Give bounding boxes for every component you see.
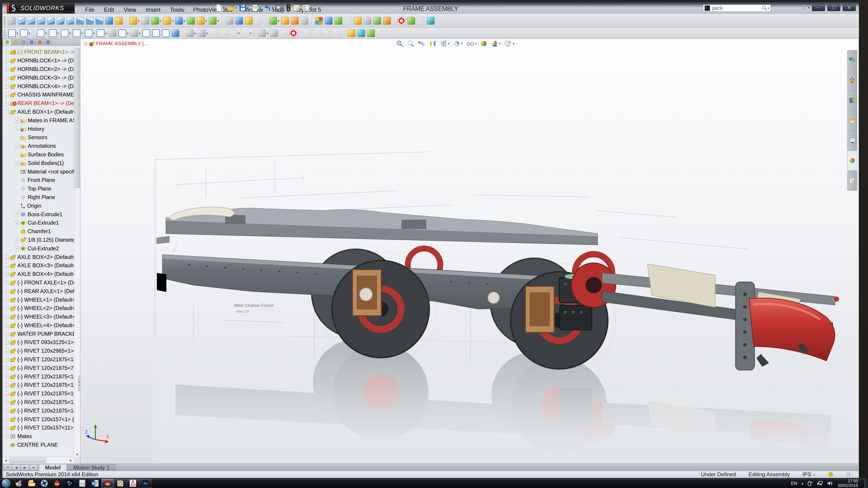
view-isometric-button[interactable] — [76, 17, 84, 25]
dropdown-icon[interactable]: ▾ — [184, 19, 185, 23]
tree-item[interactable]: +Solid Bodies(1) — [3, 159, 74, 167]
dropdown-icon[interactable]: ▾ — [17, 31, 18, 35]
previous-study-button[interactable]: ◀ — [12, 464, 20, 470]
view-orientation-arrow-button[interactable] — [8, 17, 16, 25]
tree-item[interactable]: +Front Plane — [3, 176, 74, 185]
sketch-button[interactable]: ▾ — [8, 29, 19, 37]
tree-item[interactable]: +(-) RIVET 120x21875<1> (Default< — [3, 355, 74, 364]
dropdown-icon[interactable]: ▾ — [127, 31, 128, 35]
tree-item[interactable]: −AXLE BOX<1> (Default<<Default> — [3, 108, 74, 116]
dropdown-icon[interactable]: ▾ — [160, 19, 161, 23]
show-hidden-components-button[interactable] — [187, 17, 195, 25]
expand-icon[interactable]: + — [15, 127, 19, 131]
tree-item[interactable]: +History — [3, 125, 74, 133]
tree-item[interactable]: +(-) WHEEL<1> (Default<<Default> — [3, 295, 74, 304]
tree-item[interactable]: +Sensors — [3, 133, 74, 142]
dropdown-icon[interactable]: ▾ — [29, 31, 30, 35]
tree-item[interactable]: +1/8 (0.125) Diameter Hole1 — [3, 236, 74, 245]
expand-icon[interactable]: + — [4, 76, 8, 80]
belt-chain-button[interactable] — [373, 17, 381, 25]
expand-icon[interactable]: + — [4, 400, 8, 404]
tree-item[interactable]: +(-) RIVET 093x3125<1> (Default<< — [3, 338, 74, 347]
tree-item[interactable]: +(-) WHEEL<3> (Default<<Default> — [3, 313, 74, 321]
tree-item[interactable]: +(-) REAR AXLE<1> (Default<<Defau — [3, 287, 74, 295]
tree-item[interactable]: +HORNBLOCK<3> -> (Default<<De — [3, 73, 74, 82]
modify-sketch-button[interactable] — [333, 29, 341, 37]
expand-icon[interactable]: + — [15, 119, 19, 123]
tree-item[interactable]: +Boss-Extrude1 — [3, 210, 74, 219]
dropdown-icon[interactable]: ▾ — [238, 31, 239, 35]
expand-icon[interactable]: + — [15, 247, 19, 251]
tree-item[interactable]: +Mates — [3, 432, 74, 441]
expand-icon[interactable]: + — [4, 332, 8, 336]
expand-icon[interactable]: + — [4, 418, 8, 421]
taskbar-solidworks[interactable]: SW — [101, 479, 114, 488]
tree-item[interactable]: +!(-) FRONT BEAM<1> -> (Default< — [3, 48, 74, 57]
tree-item[interactable]: +AXLE BOX<3> (Default<<Default> — [3, 261, 74, 270]
tab-model[interactable]: Model — [39, 464, 67, 471]
graphics-viewport[interactable]: Main Chassis Frame Mat'l 1/8 — [81, 39, 859, 464]
tree-item[interactable]: +(-) WHEEL<2> (Default<<Default> — [3, 304, 74, 313]
units-selector[interactable]: IPS▴ — [802, 471, 815, 478]
expand-icon[interactable]: + — [4, 409, 8, 413]
sketch-fillet-button[interactable]: ▾ — [130, 29, 141, 37]
mate-button[interactable] — [141, 17, 150, 25]
slot-center-button[interactable] — [289, 29, 298, 37]
circle-button[interactable]: ▾ — [72, 29, 83, 37]
collapse-icon[interactable]: − — [4, 110, 8, 114]
view-palette-tab[interactable] — [847, 131, 857, 151]
tree-item[interactable]: +Right Plane — [3, 193, 74, 202]
expand-icon[interactable]: + — [4, 375, 8, 379]
expand-icon[interactable]: + — [4, 85, 8, 88]
edit-appearance-button[interactable] — [480, 39, 488, 48]
tree-horizontal-scrollbar[interactable]: ◄ ► — [3, 457, 74, 464]
expand-icon[interactable]: + — [4, 93, 8, 97]
design-checker-button[interactable] — [407, 17, 415, 25]
expand-icon[interactable]: + — [4, 59, 8, 63]
3d-sketch-button[interactable]: ▾ — [20, 29, 31, 37]
weldment-basket-button[interactable] — [347, 29, 356, 37]
view-top-button[interactable] — [56, 17, 65, 25]
line-button[interactable]: ▾ — [36, 29, 47, 37]
expand-icon[interactable]: + — [4, 255, 8, 259]
tree-item[interactable]: +Surface Bodies — [3, 151, 74, 159]
interference-detection-button[interactable]: ▾ — [269, 17, 280, 25]
partial-ellipse-button[interactable]: ▾ — [118, 29, 129, 37]
expand-icon[interactable]: + — [4, 358, 8, 361]
tree-item[interactable]: +REAR BEAM<1> -> (Default<<D — [3, 99, 74, 108]
measure-tool-button[interactable] — [115, 17, 123, 25]
panel-tab-display-manager[interactable] — [36, 39, 44, 45]
quick-tips-icon[interactable] — [828, 471, 834, 477]
expand-icon[interactable]: + — [4, 434, 8, 438]
tree-item[interactable]: +AAnnotations — [3, 142, 74, 151]
tree-item[interactable]: +Material <not specified> — [3, 167, 74, 176]
dropdown-icon[interactable]: ▾ — [461, 42, 463, 45]
expand-icon[interactable]: + — [4, 289, 8, 293]
custom-properties-tab[interactable] — [847, 171, 857, 191]
dropdown-icon[interactable]: ▾ — [139, 31, 141, 35]
grid-settings-button[interactable] — [313, 29, 322, 37]
tree-item[interactable]: +(-) RIVET 120x2965<1> (Default<< — [3, 347, 74, 355]
resize-grip[interactable] — [846, 472, 851, 477]
smart-components-button[interactable] — [353, 17, 362, 25]
network-icon[interactable] — [817, 481, 823, 486]
expand-icon[interactable]: + — [4, 281, 8, 285]
expand-icon[interactable]: + — [4, 50, 8, 54]
expand-icon[interactable]: + — [4, 264, 8, 267]
dropdown-icon[interactable]: ▾ — [81, 31, 83, 35]
tree-item[interactable]: +(-) RIVET 120x21875<16> (Default — [3, 406, 74, 415]
rapid-sketch-button[interactable] — [304, 29, 312, 37]
reference-geometry-button[interactable]: ▾ — [209, 17, 219, 25]
exploded-view-button[interactable] — [315, 17, 323, 25]
toolbox-button[interactable] — [397, 17, 406, 25]
corner-rectangle-button[interactable]: ▾ — [49, 29, 59, 37]
expand-icon[interactable]: + — [15, 221, 19, 225]
expand-icon[interactable]: + — [4, 366, 8, 370]
view-left-button[interactable] — [37, 17, 45, 25]
tree-item[interactable]: +HORNBLOCK<1> -> (Default<<De — [3, 57, 74, 65]
tree-item[interactable]: +(-) RIVET 120x21875<11> (Default — [3, 381, 74, 390]
sketch-warning-button[interactable] — [219, 29, 228, 37]
new-motion-study-button[interactable] — [225, 17, 234, 25]
tree-item[interactable]: +AXLE BOX<2> (Default<<Default> — [3, 253, 74, 261]
performance-evaluation-button[interactable] — [300, 17, 309, 25]
